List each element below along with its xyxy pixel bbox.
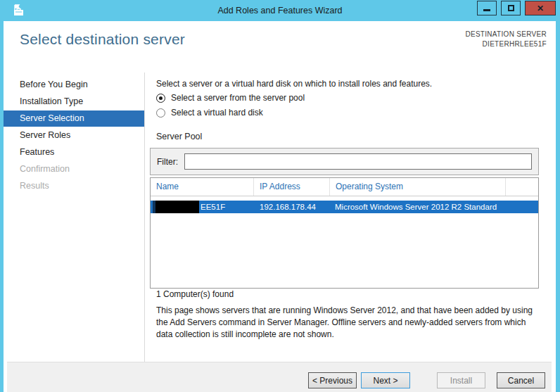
wizard-window: Add Roles and Features Wizard ✕ Select d…	[0, 0, 560, 392]
destination-server-name: DIETERHRLEE51F	[465, 39, 547, 49]
column-header-ip[interactable]: IP Address	[254, 178, 330, 196]
intro-text: Select a server or a virtual hard disk o…	[156, 79, 432, 89]
minimize-button[interactable]	[477, 1, 497, 15]
window-controls: ✕	[477, 1, 556, 15]
window-title: Add Roles and Features Wizard	[0, 0, 560, 21]
previous-button[interactable]: < Previous	[308, 372, 357, 388]
radio-server-pool-label: Select a server from the server pool	[171, 93, 305, 103]
computers-found-text: 1 Computer(s) found	[156, 289, 234, 299]
filter-box: Filter:	[150, 148, 539, 175]
radio-vhd-label: Select a virtual hard disk	[171, 108, 263, 118]
column-header-spacer	[506, 178, 538, 196]
maximize-icon	[508, 5, 514, 11]
name-redaction-box	[155, 201, 199, 213]
filter-label: Filter:	[157, 157, 178, 167]
cell-operating-system: Microsoft Windows Server 2012 R2 Standar…	[330, 201, 538, 213]
filter-input[interactable]	[184, 153, 532, 170]
destination-server-label: DESTINATION SERVER	[465, 30, 547, 39]
main-panel: Select a server or a virtual hard disk o…	[156, 72, 540, 362]
radio-select-vhd[interactable]: Select a virtual hard disk	[156, 108, 263, 118]
minimize-icon	[483, 9, 490, 11]
radio-select-server-pool[interactable]: Select a server from the server pool	[156, 93, 305, 103]
destination-server-block: DESTINATION SERVER DIETERHRLEE51F	[465, 30, 547, 49]
radio-selected-icon[interactable]	[156, 94, 165, 103]
server-pool-table: Name IP Address Operating System EE51F 1…	[150, 177, 539, 289]
maximize-button[interactable]	[501, 1, 521, 15]
titlebar: Add Roles and Features Wizard ✕	[0, 0, 560, 21]
sidebar-item-server-roles[interactable]: Server Roles	[4, 127, 144, 144]
column-header-os[interactable]: Operating System	[330, 178, 506, 196]
page-description: This page shows servers that are running…	[156, 305, 540, 341]
close-icon: ✕	[537, 4, 544, 13]
cell-ip-address: 192.168.178.44	[254, 201, 330, 213]
page-title: Select destination server	[20, 31, 185, 48]
next-button[interactable]: Next >	[361, 372, 410, 388]
cancel-button[interactable]: Cancel	[497, 372, 545, 388]
sidebar-item-installation-type[interactable]: Installation Type	[4, 94, 144, 110]
wizard-body: Select destination server DESTINATION SE…	[4, 21, 556, 392]
column-header-name[interactable]: Name	[151, 178, 254, 196]
sidebar-item-features[interactable]: Features	[4, 144, 144, 160]
sidebar-item-results: Results	[4, 178, 144, 194]
sidebar-item-server-selection[interactable]: Server Selection	[4, 110, 144, 127]
wizard-footer: < Previous Next > Install Cancel	[7, 362, 552, 392]
wizard-steps-sidebar: Before You Begin Installation Type Serve…	[4, 72, 145, 362]
table-header: Name IP Address Operating System	[151, 178, 538, 196]
table-row-selected[interactable]: EE51F 192.168.178.44 Microsoft Windows S…	[151, 201, 538, 213]
sidebar-item-before-you-begin[interactable]: Before You Begin	[4, 77, 144, 93]
server-pool-label: Server Pool	[156, 132, 202, 141]
install-button: Install	[437, 372, 485, 388]
sidebar-item-confirmation: Confirmation	[4, 161, 144, 177]
radio-unselected-icon[interactable]	[156, 108, 165, 118]
close-button[interactable]: ✕	[525, 1, 556, 15]
